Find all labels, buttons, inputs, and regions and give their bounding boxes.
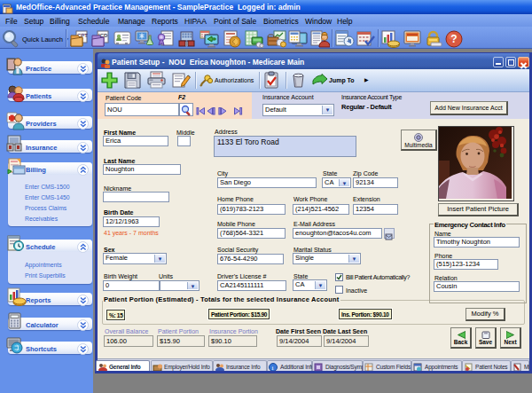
svg-text:?: ? [450,33,457,45]
